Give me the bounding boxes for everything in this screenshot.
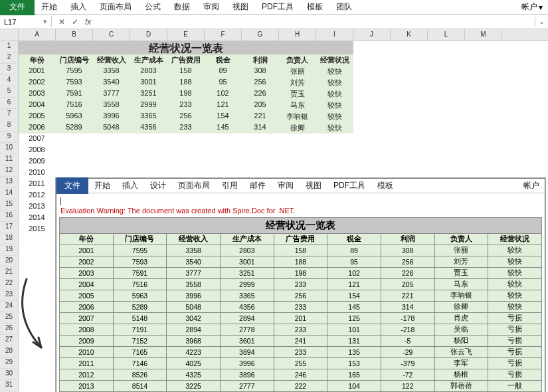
cell[interactable] xyxy=(465,111,502,122)
cell[interactable]: 税金 xyxy=(205,54,242,66)
col-header-I[interactable]: I xyxy=(316,29,353,41)
fx-icon[interactable]: fx xyxy=(85,17,91,27)
cell[interactable]: 较快 xyxy=(316,66,353,77)
cell[interactable]: 2002 xyxy=(19,77,56,88)
cell[interactable] xyxy=(391,100,428,111)
cell[interactable]: 3996 xyxy=(93,111,130,122)
cell[interactable]: 7516 xyxy=(56,100,93,111)
row-header-25[interactable]: 25 xyxy=(0,312,18,324)
cell[interactable] xyxy=(353,41,391,54)
cell[interactable] xyxy=(428,77,465,88)
cell[interactable]: 贾玉 xyxy=(279,88,316,100)
cell[interactable] xyxy=(353,145,391,156)
cell[interactable] xyxy=(391,156,428,167)
cell[interactable]: 198 xyxy=(167,88,205,100)
word-tab-模板[interactable]: 模板 xyxy=(371,177,399,194)
excel-tab-页面布局[interactable]: 页面布局 xyxy=(93,0,138,15)
cell[interactable] xyxy=(205,134,242,145)
cell[interactable] xyxy=(279,156,316,167)
row-header-30[interactable]: 30 xyxy=(0,369,18,380)
cell[interactable] xyxy=(428,41,465,54)
cell[interactable]: 7595 xyxy=(56,66,93,77)
cell[interactable]: 7593 xyxy=(56,77,93,88)
cell[interactable]: 226 xyxy=(242,88,279,100)
row-header-1[interactable]: 1 xyxy=(0,41,18,52)
cell[interactable] xyxy=(316,145,353,156)
cell[interactable] xyxy=(353,134,391,145)
cell[interactable]: 2004 xyxy=(19,100,56,111)
cell[interactable]: 2011 xyxy=(19,179,56,190)
cell[interactable] xyxy=(353,88,391,100)
row-header-18[interactable]: 18 xyxy=(0,233,18,245)
cell[interactable] xyxy=(242,134,279,145)
cell[interactable]: 2007 xyxy=(19,134,56,145)
cell[interactable]: 2006 xyxy=(19,122,56,134)
cell[interactable] xyxy=(130,145,167,156)
cell[interactable]: 2008 xyxy=(19,145,56,156)
col-header-J[interactable]: J xyxy=(353,29,391,41)
cell[interactable]: 2005 xyxy=(19,111,56,122)
row-header-14[interactable]: 14 xyxy=(0,188,18,199)
row-header-15[interactable]: 15 xyxy=(0,199,18,211)
select-all-corner[interactable] xyxy=(0,29,19,41)
row-header-19[interactable]: 19 xyxy=(0,245,18,256)
row-header-5[interactable]: 5 xyxy=(0,86,18,98)
row-header-13[interactable]: 13 xyxy=(0,177,18,188)
col-header-H[interactable]: H xyxy=(279,29,316,41)
col-header-D[interactable]: D xyxy=(130,29,167,41)
cell[interactable] xyxy=(279,145,316,156)
word-tab-邮件[interactable]: 邮件 xyxy=(244,177,272,194)
cell[interactable]: 经营收入 xyxy=(93,54,130,66)
word-account[interactable]: 帐户 xyxy=(518,177,545,194)
cell[interactable] xyxy=(428,54,465,66)
cell[interactable]: 5289 xyxy=(56,122,93,134)
cell[interactable] xyxy=(56,134,93,145)
row-header-17[interactable]: 17 xyxy=(0,222,18,233)
confirm-icon[interactable]: ✓ xyxy=(72,17,78,27)
cell[interactable] xyxy=(428,111,465,122)
cell[interactable]: 3001 xyxy=(130,77,167,88)
cell[interactable]: 生产成本 xyxy=(130,54,167,66)
cell[interactable]: 3365 xyxy=(130,111,167,122)
word-tab-页面布局[interactable]: 页面布局 xyxy=(172,177,216,194)
cell[interactable]: 5963 xyxy=(56,111,93,122)
row-header-10[interactable]: 10 xyxy=(0,143,18,154)
cell[interactable] xyxy=(428,66,465,77)
cell[interactable] xyxy=(353,77,391,88)
cell[interactable] xyxy=(428,134,465,145)
cell[interactable]: 314 xyxy=(242,122,279,134)
cell[interactable] xyxy=(353,156,391,167)
row-header-11[interactable]: 11 xyxy=(0,154,18,165)
cell[interactable]: 刘芳 xyxy=(279,77,316,88)
cell[interactable]: 年份 xyxy=(19,54,56,66)
formula-input[interactable] xyxy=(98,21,535,23)
cell[interactable] xyxy=(242,145,279,156)
cell[interactable]: 188 xyxy=(167,77,205,88)
row-header-26[interactable]: 26 xyxy=(0,324,18,335)
row-header-8[interactable]: 8 xyxy=(0,120,18,132)
cell[interactable]: 2001 xyxy=(19,66,56,77)
cell[interactable] xyxy=(428,167,465,179)
cell[interactable] xyxy=(353,100,391,111)
row-header-3[interactable]: 3 xyxy=(0,64,18,75)
cell[interactable]: 2999 xyxy=(130,100,167,111)
word-tab-设计[interactable]: 设计 xyxy=(144,177,172,194)
row-header-29[interactable]: 29 xyxy=(0,357,18,369)
cell[interactable]: 较快 xyxy=(316,77,353,88)
cell[interactable] xyxy=(279,134,316,145)
cell[interactable] xyxy=(428,122,465,134)
cell[interactable] xyxy=(465,41,502,54)
cell[interactable]: 308 xyxy=(242,66,279,77)
cell[interactable] xyxy=(353,66,391,77)
cell[interactable] xyxy=(167,134,205,145)
cell[interactable] xyxy=(465,54,502,66)
cell[interactable]: 2803 xyxy=(130,66,167,77)
cell[interactable] xyxy=(428,156,465,167)
cell[interactable]: 233 xyxy=(167,100,205,111)
cell[interactable]: 256 xyxy=(167,111,205,122)
excel-tab-公式[interactable]: 公式 xyxy=(138,0,167,15)
row-header-22[interactable]: 22 xyxy=(0,278,18,290)
cell[interactable]: 较快 xyxy=(316,111,353,122)
cell[interactable] xyxy=(242,156,279,167)
cell[interactable]: 256 xyxy=(242,77,279,88)
